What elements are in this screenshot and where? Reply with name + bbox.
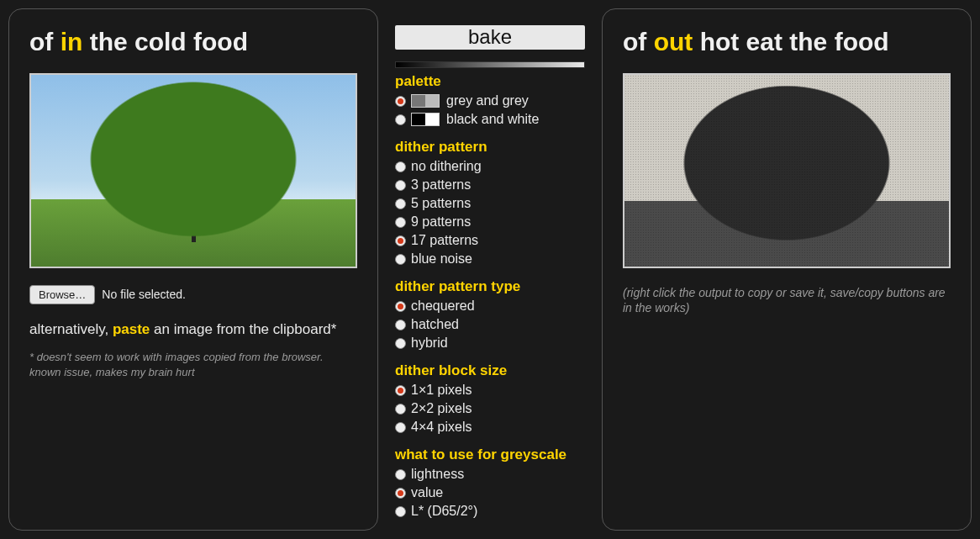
radio-icon[interactable] — [395, 96, 406, 107]
radio-icon[interactable] — [395, 254, 406, 265]
group-title: palette — [395, 73, 585, 90]
gradient-preview — [395, 61, 585, 68]
radio-icon[interactable] — [395, 320, 406, 330]
option-label: 5 patterns — [411, 195, 471, 212]
option-label: lightness — [411, 466, 464, 483]
group-title: dither pattern — [395, 139, 585, 156]
paste-hint: alternatively, paste an image from the c… — [29, 320, 357, 341]
palette-swatch — [411, 94, 440, 108]
radio-icon[interactable] — [395, 385, 406, 396]
option-label: chequered — [411, 298, 475, 314]
option-label: grey and grey — [446, 92, 529, 109]
option-label: 1×1 pixels — [411, 382, 472, 399]
option-label: 3 patterns — [411, 177, 471, 193]
radio-icon[interactable] — [395, 217, 406, 228]
input-panel: of in the cold food Browse… No file sele… — [8, 8, 378, 531]
radio-icon[interactable] — [395, 469, 406, 480]
radio-icon[interactable] — [395, 301, 406, 312]
bake-button[interactable]: bake — [395, 25, 585, 50]
option-value[interactable]: value — [395, 484, 585, 502]
radio-icon[interactable] — [395, 180, 406, 191]
output-panel-title: of out hot eat the food — [623, 26, 951, 58]
option-label: 4×4 pixels — [411, 419, 472, 436]
output-image[interactable] — [623, 73, 951, 268]
option-label: value — [411, 484, 443, 501]
option-no-dithering[interactable]: no dithering — [395, 157, 585, 176]
option-1-1-pixels[interactable]: 1×1 pixels — [395, 381, 585, 399]
option-blue-noise[interactable]: blue noise — [395, 250, 585, 268]
group-dither-pattern: dither patternno dithering3 patterns5 pa… — [395, 139, 585, 268]
group-title: dither block size — [395, 362, 585, 379]
title-pre: of — [623, 28, 654, 55]
option-label: 2×2 pixels — [411, 400, 472, 417]
option-label: black and white — [446, 111, 539, 128]
browse-button[interactable]: Browse… — [29, 285, 95, 304]
radio-icon[interactable] — [395, 488, 406, 499]
option-black-and-white[interactable]: black and white — [395, 110, 585, 129]
controls-column: bake palettegrey and greyblack and white… — [395, 8, 585, 531]
radio-icon[interactable] — [395, 161, 406, 172]
output-panel: of out hot eat the food (right click the… — [602, 8, 972, 531]
option-label: 17 patterns — [411, 232, 478, 249]
paste-footnote: * doesn't seem to work with images copie… — [29, 350, 357, 379]
radio-icon[interactable] — [395, 404, 406, 415]
option-label: no dithering — [411, 158, 482, 175]
option-5-patterns[interactable]: 5 patterns — [395, 194, 585, 213]
group-palette: palettegrey and greyblack and white — [395, 73, 585, 129]
title-post: hot eat the food — [693, 28, 888, 55]
title-post: the cold food — [82, 28, 248, 55]
input-panel-title: of in the cold food — [29, 26, 357, 58]
paste-keyword: paste — [113, 321, 150, 337]
option-label: 9 patterns — [411, 214, 471, 230]
group-title: what to use for greyscale — [395, 447, 585, 463]
option-l-d65-2-[interactable]: L* (D65/2°) — [395, 502, 585, 521]
option-label: L* (D65/2°) — [411, 503, 477, 520]
option-label: hybrid — [411, 335, 448, 351]
palette-swatch — [411, 113, 440, 126]
title-pre: of — [29, 28, 61, 55]
option-grey-and-grey[interactable]: grey and grey — [395, 92, 585, 110]
option-chequered[interactable]: chequered — [395, 297, 585, 315]
radio-icon[interactable] — [395, 506, 406, 517]
radio-icon[interactable] — [395, 114, 406, 125]
input-image[interactable] — [29, 73, 357, 268]
group-dither-block-size: dither block size1×1 pixels2×2 pixels4×4… — [395, 362, 585, 436]
option-3-patterns[interactable]: 3 patterns — [395, 176, 585, 194]
group-greyscale: what to use for greyscalelightnessvalueL… — [395, 447, 585, 521]
radio-icon[interactable] — [395, 198, 406, 209]
option-17-patterns[interactable]: 17 patterns — [395, 231, 585, 250]
option-9-patterns[interactable]: 9 patterns — [395, 213, 585, 231]
option-hatched[interactable]: hatched — [395, 315, 585, 334]
group-dither-pattern-type: dither pattern typechequeredhatchedhybri… — [395, 278, 585, 352]
radio-icon[interactable] — [395, 338, 406, 349]
option-4-4-pixels[interactable]: 4×4 pixels — [395, 418, 585, 436]
option-label: blue noise — [411, 251, 472, 267]
option-lightness[interactable]: lightness — [395, 465, 585, 484]
file-status: No file selected. — [102, 288, 186, 301]
group-title: dither pattern type — [395, 278, 585, 295]
option-2-2-pixels[interactable]: 2×2 pixels — [395, 399, 585, 418]
option-hybrid[interactable]: hybrid — [395, 334, 585, 352]
radio-icon[interactable] — [395, 235, 406, 246]
title-highlight: out — [654, 28, 693, 55]
output-hint: (right click the output to copy or save … — [623, 285, 951, 317]
option-label: hatched — [411, 316, 459, 333]
title-highlight: in — [61, 28, 83, 55]
radio-icon[interactable] — [395, 422, 406, 433]
